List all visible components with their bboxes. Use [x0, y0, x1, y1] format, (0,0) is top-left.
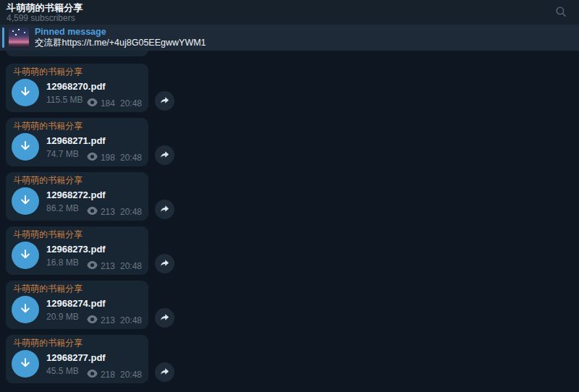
views-eye-icon	[87, 315, 101, 325]
sender-name[interactable]: 斗萌萌的书籍分享	[13, 229, 141, 240]
telegram-window: 斗萌萌的书籍分享 4,599 subscribers Pinned messag…	[0, 0, 579, 392]
message-bubble: 斗萌萌的书籍分享 12968271.pdf 74.7 MB	[6, 118, 148, 166]
forward-button[interactable]	[155, 91, 174, 111]
message-meta: 213 20:48	[87, 261, 142, 271]
message-meta: 184 20:48	[87, 98, 142, 108]
sender-name[interactable]: 斗萌萌的书籍分享	[13, 338, 141, 349]
search-button[interactable]	[554, 5, 568, 20]
file-name[interactable]: 12968273.pdf	[46, 244, 106, 255]
message-row: 斗萌萌的书籍分享 12968271.pdf 74.7 MB	[6, 118, 174, 166]
views-eye-icon	[87, 261, 101, 271]
pinned-text: 交流群https://t.me/+4uj8G05EEgwwYWM1	[35, 38, 206, 48]
search-icon	[554, 5, 567, 20]
view-count: 213	[101, 262, 115, 271]
message-bubble: 斗萌萌的书籍分享 12968273.pdf 16.8 MB	[6, 226, 148, 275]
views-eye-icon	[87, 207, 101, 217]
timestamp: 20:48	[120, 208, 142, 217]
views-eye-icon	[87, 370, 101, 380]
message-meta: 218 20:48	[87, 370, 142, 380]
forward-arrow-icon	[159, 203, 170, 216]
view-count: 213	[101, 208, 115, 217]
download-button[interactable]	[12, 187, 39, 215]
message-meta: 213 20:48	[87, 207, 142, 217]
channel-title: 斗萌萌的书籍分享	[7, 2, 83, 13]
message-row: 斗萌萌的书籍分享 12968270.pdf 115.5 MB	[6, 64, 174, 112]
view-count: 218	[101, 370, 115, 380]
message-bubble: 斗萌萌的书籍分享 12968274.pdf 20.9 MB	[6, 281, 148, 329]
message-bubble: 斗萌萌的书籍分享 12968277.pdf 45.5 MB	[6, 335, 148, 383]
file-name[interactable]: 12968270.pdf	[46, 81, 106, 93]
download-button[interactable]	[12, 350, 39, 378]
file-name[interactable]: 12968274.pdf	[46, 298, 106, 310]
message-row: 斗萌萌的书籍分享 12968277.pdf 45.5 MB	[6, 335, 174, 383]
chat-header-titles[interactable]: 斗萌萌的书籍分享 4,599 subscribers	[7, 2, 83, 23]
download-arrow-icon	[17, 247, 33, 265]
view-count: 184	[101, 99, 115, 108]
sender-name[interactable]: 斗萌萌的书籍分享	[13, 284, 141, 294]
message-meta: 198 20:48	[87, 153, 142, 163]
forward-arrow-icon	[159, 312, 170, 325]
download-arrow-icon	[17, 192, 33, 210]
download-button[interactable]	[12, 296, 39, 323]
forward-button[interactable]	[155, 200, 174, 219]
message-meta: 213 20:48	[87, 315, 142, 325]
sender-name[interactable]: 斗萌萌的书籍分享	[13, 175, 141, 186]
forward-arrow-icon	[159, 366, 170, 379]
file-name[interactable]: 12968271.pdf	[46, 135, 106, 147]
download-button[interactable]	[12, 133, 39, 161]
pinned-thumbnail	[9, 27, 29, 48]
sender-name[interactable]: 斗萌萌的书籍分享	[13, 121, 141, 132]
file-name[interactable]: 12968272.pdf	[46, 189, 106, 201]
subscriber-count: 4,599 subscribers	[7, 13, 83, 23]
message-row: 斗萌萌的书籍分享 12968274.pdf 20.9 MB	[6, 281, 174, 329]
message-row: 斗萌萌的书籍分享 12968272.pdf 86.2 MB	[6, 172, 174, 221]
pinned-label: Pinned message	[35, 27, 206, 38]
view-count: 213	[101, 316, 115, 325]
views-eye-icon	[87, 153, 101, 163]
forward-arrow-icon	[159, 149, 170, 162]
pinned-accent-bar	[2, 27, 4, 48]
views-eye-icon	[87, 98, 101, 108]
sender-name[interactable]: 斗萌萌的书籍分享	[13, 67, 141, 77]
download-arrow-icon	[17, 355, 33, 373]
forward-button[interactable]	[155, 308, 174, 328]
message-bubble: 斗萌萌的书籍分享 12968270.pdf 115.5 MB	[6, 64, 148, 112]
message-bubble: 斗萌萌的书籍分享 12968272.pdf 86.2 MB	[6, 172, 148, 221]
download-arrow-icon	[17, 138, 33, 156]
chat-header[interactable]: 斗萌萌的书籍分享 4,599 subscribers	[0, 0, 579, 25]
forward-button[interactable]	[155, 254, 174, 273]
download-button[interactable]	[12, 242, 39, 269]
timestamp: 20:48	[120, 370, 142, 380]
view-count: 198	[101, 153, 115, 163]
pinned-message-bar[interactable]: Pinned message 交流群https://t.me/+4uj8G05E…	[0, 25, 579, 51]
timestamp: 20:48	[120, 316, 142, 325]
forward-arrow-icon	[159, 95, 170, 108]
message-row: 斗萌萌的书籍分享 12968273.pdf 16.8 MB	[6, 226, 174, 275]
message-list[interactable]: 170 20:48 斗萌萌的书籍分享 12968270.pdf	[6, 25, 174, 383]
timestamp: 20:48	[120, 99, 142, 108]
forward-arrow-icon	[159, 257, 170, 270]
file-name[interactable]: 12968277.pdf	[46, 352, 106, 364]
timestamp: 20:48	[120, 153, 142, 163]
forward-button[interactable]	[155, 362, 174, 382]
timestamp: 20:48	[120, 262, 142, 271]
forward-button[interactable]	[155, 145, 174, 165]
download-button[interactable]	[12, 79, 39, 106]
download-arrow-icon	[17, 84, 33, 102]
download-arrow-icon	[17, 301, 33, 319]
